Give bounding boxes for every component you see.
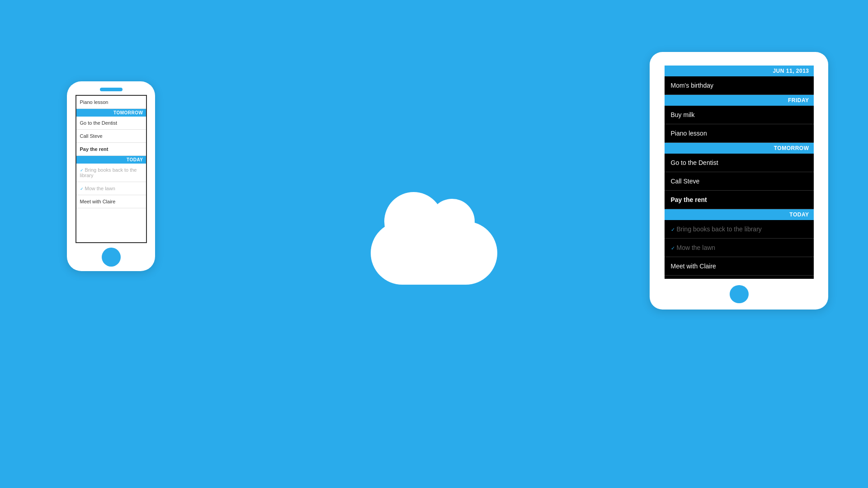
section-header: TODAY: [76, 156, 146, 164]
task-item[interactable]: ✓Bring books back to the library: [76, 164, 146, 182]
cloud-shape: [371, 221, 497, 285]
phone-screen: Piano lessonTOMORROWGo to the DentistCal…: [75, 95, 147, 243]
task-item[interactable]: ✓Mow the lawn: [76, 182, 146, 195]
tablet-task-item[interactable]: ✓Mow the lawn: [665, 239, 814, 257]
tablet-task-item[interactable]: Go to the Dentist: [665, 154, 814, 172]
tablet-section-header: TODAY: [665, 209, 814, 220]
task-item[interactable]: Meet with Claire: [76, 195, 146, 208]
tablet-section-header: JUN 11, 2013: [665, 66, 814, 76]
tablet-task-item[interactable]: ✓Bring books back to the library: [665, 220, 814, 239]
tablet-home-button[interactable]: [730, 285, 749, 303]
tablet-section-header: FRIDAY: [665, 95, 814, 106]
tablet-section-header: TOMORROW: [665, 143, 814, 154]
cloud-illustration: [362, 199, 506, 289]
tablet-task-item[interactable]: Pay the rent: [665, 191, 814, 209]
task-item[interactable]: Go to the Dentist: [76, 117, 146, 130]
tablet-task-item[interactable]: Call Steve: [665, 172, 814, 191]
tablet-task-item[interactable]: Meet with Claire: [665, 257, 814, 276]
phone-task-list: Piano lessonTOMORROWGo to the DentistCal…: [76, 96, 146, 208]
task-item[interactable]: Call Steve: [76, 130, 146, 143]
phone-device: Piano lessonTOMORROWGo to the DentistCal…: [67, 81, 155, 271]
task-item[interactable]: Piano lesson: [76, 96, 146, 109]
phone-home-button[interactable]: [102, 248, 121, 267]
tablet-task-list: JUN 11, 2013Mom's birthdayFRIDAYBuy milk…: [665, 66, 814, 276]
tablet-task-item[interactable]: Mom's birthday: [665, 76, 814, 95]
section-header: TOMORROW: [76, 109, 146, 117]
task-item[interactable]: Pay the rent: [76, 143, 146, 156]
phone-speaker: [100, 88, 123, 91]
tablet-device: JUN 11, 2013Mom's birthdayFRIDAYBuy milk…: [650, 52, 828, 310]
tablet-task-item[interactable]: Buy milk: [665, 106, 814, 124]
tablet-task-item[interactable]: Piano lesson: [665, 124, 814, 143]
tablet-screen: JUN 11, 2013Mom's birthdayFRIDAYBuy milk…: [665, 66, 814, 279]
